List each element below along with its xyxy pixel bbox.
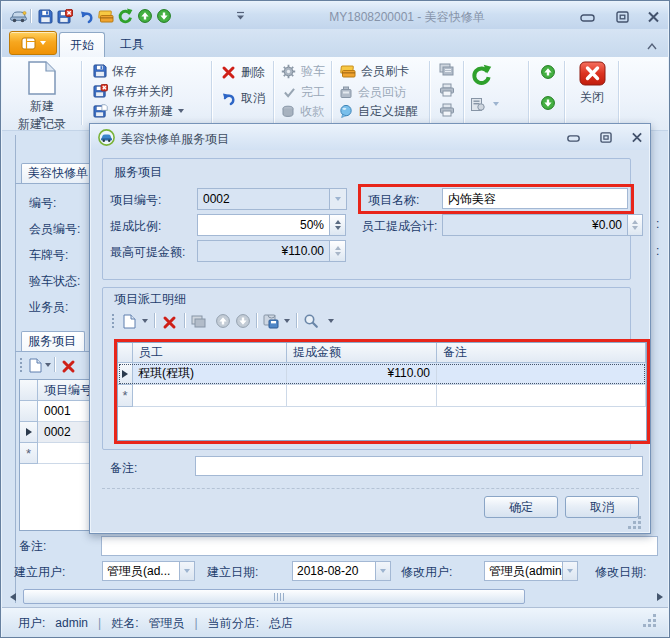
ratio-input[interactable]: 50% (197, 214, 330, 236)
ok-button[interactable]: 确定 (484, 496, 558, 518)
save-button[interactable]: 保存 (93, 62, 136, 80)
scroll-right-icon[interactable] (652, 589, 667, 604)
custom-remind-button[interactable]: 自定义提醒 (339, 102, 418, 120)
app-menu-icon (21, 37, 36, 50)
dispatch-export-caret[interactable] (284, 319, 290, 323)
current-row-marker-icon (26, 428, 32, 436)
dispatch-down-icon[interactable] (234, 312, 252, 330)
dispatch-up-icon[interactable] (214, 312, 232, 330)
move-down-icon[interactable] (154, 7, 174, 25)
member-card-button[interactable]: 会员刷卡 (339, 62, 409, 80)
save-icon[interactable] (35, 7, 55, 25)
save-close-icon[interactable] (55, 7, 75, 25)
cell-remark[interactable] (437, 363, 646, 385)
dispatch-header-employee[interactable]: 员工 (133, 343, 287, 363)
horizontal-scrollbar[interactable] (5, 589, 667, 605)
cell-amount[interactable] (287, 385, 437, 407)
print-icon[interactable] (438, 81, 456, 99)
save-close-button[interactable]: 保存并关闭 (93, 82, 173, 100)
dispatch-search-icon[interactable] (302, 312, 320, 330)
ribbon-collapse-icon[interactable] (646, 39, 658, 53)
dispatch-new-caret[interactable] (142, 319, 148, 323)
dispatch-header-amount[interactable]: 提成金额 (287, 343, 437, 363)
table-row-new[interactable]: * (118, 385, 646, 407)
created-by-combo[interactable]: 管理员(ad... (102, 561, 180, 581)
preview-caret[interactable] (493, 102, 499, 106)
dialog-title: 美容快修单服务项目 (121, 131, 229, 148)
application-menu-button[interactable] (9, 31, 57, 55)
items-delete-icon[interactable] (59, 357, 77, 375)
dispatch-export-icon[interactable] (262, 312, 280, 330)
dispatch-delete-icon[interactable] (160, 313, 178, 331)
created-date-combo[interactable]: 2018-08-20 (292, 561, 376, 581)
undo-icon[interactable] (76, 7, 96, 25)
minimize-button[interactable] (577, 10, 597, 26)
max-spinner[interactable] (330, 240, 346, 262)
name-input[interactable]: 内饰美容 (442, 188, 628, 209)
created-by-combo-button[interactable] (180, 561, 195, 581)
max-input[interactable]: ¥110.00 (197, 240, 330, 262)
dispatch-grid[interactable]: 员工 提成金额 备注 程琪(程琪) ¥110.00 * (117, 342, 647, 441)
tab-tools[interactable]: 工具 (109, 32, 155, 57)
cell-employee[interactable]: 程琪(程琪) (133, 363, 287, 385)
restore-button[interactable] (612, 9, 632, 25)
emp-total-input[interactable]: ¥0.00 (442, 214, 628, 236)
cancel-button[interactable]: 取消 (221, 89, 265, 107)
ribbon-close-button[interactable]: 关闭 (571, 61, 613, 106)
cell-employee[interactable] (133, 385, 287, 407)
dispatch-header-remark[interactable]: 备注 (437, 343, 646, 363)
record-up-icon[interactable] (539, 63, 557, 81)
emp-total-spinner[interactable] (628, 214, 643, 236)
record-down-icon[interactable] (539, 94, 557, 112)
save-new-button[interactable]: 保存并新建 (93, 102, 184, 120)
refresh-large-icon[interactable] (469, 63, 493, 87)
window-resize-grip[interactable] (653, 614, 656, 617)
dialog-restore-button[interactable] (596, 129, 616, 145)
items-new-caret[interactable] (45, 363, 51, 367)
delete-x-icon (221, 65, 236, 80)
scrollbar-thumb[interactable] (23, 589, 525, 604)
dispatch-toolbar-overflow-caret[interactable] (328, 319, 334, 323)
emp-total-label: 员工提成合计: (362, 218, 437, 235)
table-row-selected[interactable]: 程琪(程琪) ¥110.00 (118, 363, 646, 385)
main-remark-input[interactable] (101, 536, 658, 556)
dialog-remark-input[interactable] (195, 456, 643, 476)
dialog-minimize-button[interactable] (563, 130, 583, 146)
modified-by-combo[interactable]: 管理员(admin) (484, 561, 563, 581)
main-window: MY1808200001 - 美容快修单 开始 工具 新建 新建记录 保存 保存… (0, 0, 670, 638)
close-button[interactable] (643, 9, 663, 25)
app-car-icon[interactable] (8, 7, 28, 25)
collect-button[interactable]: 收款 (281, 102, 324, 120)
code-combo[interactable]: 0002 (197, 188, 330, 210)
save-close-label: 保存并关闭 (113, 83, 173, 100)
card-swipe-icon[interactable] (95, 7, 115, 25)
print-preview-icon[interactable] (438, 101, 456, 119)
preview-document-icon[interactable] (469, 95, 487, 113)
cell-remark[interactable] (437, 385, 646, 407)
scroll-left-icon[interactable] (5, 589, 20, 604)
move-up-icon[interactable] (135, 7, 155, 25)
tab-start[interactable]: 开始 (59, 32, 105, 57)
modified-by-combo-button[interactable] (563, 561, 578, 581)
document-tab[interactable]: 美容快修单 (21, 163, 96, 183)
new-button[interactable]: 新建 (13, 60, 71, 121)
cell-amount[interactable]: ¥110.00 (287, 363, 437, 385)
save-new-caret (178, 109, 184, 113)
created-date-combo-button[interactable] (376, 561, 391, 581)
ratio-spinner[interactable] (330, 214, 346, 236)
finish-button[interactable]: 完工 (283, 83, 325, 101)
items-new-icon[interactable] (26, 356, 44, 374)
dialog-cancel-button[interactable]: 取消 (565, 496, 639, 518)
member-visit-button[interactable]: 会员回访 (339, 83, 406, 101)
delete-button[interactable]: 删除 (221, 63, 265, 81)
refresh-icon[interactable] (115, 7, 135, 25)
dispatch-copy-icon[interactable] (190, 313, 208, 331)
dialog-close-button[interactable] (627, 129, 647, 145)
items-tab[interactable]: 服务项目 (21, 331, 85, 351)
code-combo-button[interactable] (330, 188, 347, 210)
dialog-resize-grip[interactable] (638, 516, 641, 519)
inspect-button[interactable]: 验车 (281, 62, 325, 80)
dispatch-new-icon[interactable] (120, 312, 138, 330)
cancel-undo-icon (221, 91, 236, 106)
report-icon[interactable] (438, 61, 456, 79)
